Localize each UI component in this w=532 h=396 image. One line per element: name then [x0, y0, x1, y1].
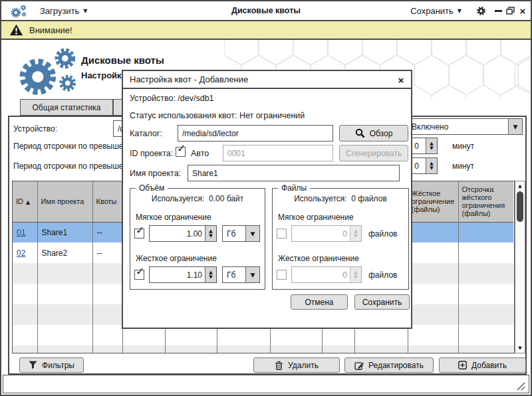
column-header-hard-limit-files[interactable]: Жёсткое ограничение (файлы): [408, 181, 458, 222]
spinner-arrows-icon[interactable]: ▲▼: [205, 267, 216, 282]
column-header-name[interactable]: Имя проекта: [37, 181, 92, 222]
files-soft-label: Мягкое ограничение: [278, 213, 354, 222]
files-soft-checkbox-unchecked[interactable]: [277, 229, 287, 239]
save-menu-label: Сохранить: [410, 6, 454, 16]
add-button[interactable]: Добавить: [439, 357, 526, 373]
resize-grip[interactable]: [517, 382, 525, 391]
generate-button-label: Сгенерировать: [346, 149, 402, 158]
scrollbar-thumb[interactable]: [517, 191, 523, 222]
chevron-down-icon[interactable]: ▼: [245, 226, 259, 241]
chevron-down-icon[interactable]: ▼: [245, 267, 259, 282]
cell-quotas: --: [92, 222, 122, 243]
quota-state-value: Включено: [408, 119, 508, 134]
volume-soft-spinner[interactable]: 1.00 ▲▼: [149, 225, 217, 242]
column-header-hard-grace-files[interactable]: Отсрочка жёсткого ограничения (файлы): [458, 181, 513, 222]
vertical-scrollbar[interactable]: ▲ ▼: [515, 181, 525, 353]
save-menu[interactable]: Сохранить ▼: [410, 1, 462, 20]
auto-checkbox-checked[interactable]: ✓: [176, 147, 186, 157]
catalog-input[interactable]: [178, 125, 333, 142]
spinner-arrows-icon[interactable]: ▲▼: [426, 158, 437, 173]
spinner-arrows-icon: ▲▼: [350, 226, 361, 241]
dialog-close-icon[interactable]: ×: [395, 73, 407, 86]
files-hard-checkbox-unchecked[interactable]: [277, 270, 287, 280]
row-id-link[interactable]: 01: [17, 228, 25, 237]
cell: [92, 325, 122, 346]
volume-hard-spinner[interactable]: 1.10 ▲▼: [149, 266, 217, 283]
cell: [458, 304, 513, 325]
cell: [408, 325, 458, 346]
cell-name: Share2: [37, 243, 92, 263]
volume-hard-label: Жесткое ограничение: [136, 254, 217, 263]
volume-hard-unit: Гб: [223, 267, 245, 282]
spin-down-icon[interactable]: ▼: [209, 275, 212, 279]
cell-name: Share1: [37, 222, 92, 243]
auto-label: Авто: [191, 149, 209, 158]
volume-soft-checkbox-checked[interactable]: ✓: [134, 229, 144, 239]
project-name-input[interactable]: [188, 165, 400, 181]
volume-hard-unit-select[interactable]: Гб ▼: [222, 266, 260, 283]
files-used: Используется: 0 файлов: [273, 194, 408, 203]
trash-icon: [275, 361, 283, 370]
generate-button[interactable]: Сгенерировать: [339, 145, 408, 161]
cell: [37, 325, 92, 346]
dialog-status-line: Статус использования квот: Нет ограничен…: [130, 111, 305, 120]
cell: [13, 263, 37, 284]
spin-down-icon[interactable]: ▼: [209, 234, 212, 238]
scroll-down-button[interactable]: ▼: [515, 344, 525, 353]
cell: [408, 243, 458, 263]
grace-soft-unit: минут: [452, 142, 474, 151]
search-icon: [355, 128, 365, 138]
scroll-up-button[interactable]: ▲: [515, 181, 525, 191]
volume-soft-unit-select[interactable]: Гб ▼: [222, 225, 260, 242]
files-hard-value: 0: [292, 267, 350, 282]
page-title: Дисковые квоты: [81, 54, 164, 66]
spinner-arrows-icon[interactable]: ▲▼: [205, 226, 216, 241]
dialog-cancel-button[interactable]: Отмена: [291, 294, 348, 310]
row-id-link[interactable]: 02: [17, 248, 25, 258]
quota-state-select[interactable]: Включено ▼: [407, 118, 523, 135]
filters-button[interactable]: Фильтры: [19, 357, 84, 373]
column-header-id[interactable]: ID▲: [13, 181, 37, 222]
spin-down-icon[interactable]: ▼: [430, 146, 433, 150]
minimize-button[interactable]: [492, 1, 504, 20]
tab-general-statistics[interactable]: Общая статистика: [20, 99, 113, 116]
project-id-label: ID проекта:: [130, 149, 173, 158]
cell: [458, 284, 513, 304]
cell: [408, 346, 458, 353]
minimize-icon: [495, 10, 502, 12]
scroll-up-icon: ▲: [518, 183, 521, 189]
check-icon: ✓: [177, 142, 186, 155]
table-row-empty: [13, 346, 513, 353]
files-soft-spinner[interactable]: 0 ▲▼: [291, 225, 362, 242]
dialog-save-button[interactable]: Сохранить: [354, 294, 410, 310]
spinner-arrows-icon[interactable]: ▲▼: [426, 138, 437, 153]
cell: [408, 304, 458, 325]
column-header-quotas[interactable]: Квоты: [92, 181, 122, 222]
delete-button[interactable]: Удалить: [253, 357, 340, 373]
files-hard-spinner[interactable]: 0 ▲▼: [291, 266, 362, 283]
project-id-input[interactable]: [223, 145, 333, 161]
edit-button[interactable]: Редактировать: [344, 357, 434, 373]
volume-used: Используется: 0.00 байт: [130, 194, 265, 203]
cell: [37, 284, 92, 304]
spin-down-icon[interactable]: ▼: [430, 166, 433, 170]
files-group-legend: Файлы: [278, 183, 310, 193]
volume-hard-checkbox-checked[interactable]: ✓: [134, 270, 144, 280]
restore-icon: [506, 7, 515, 15]
warning-icon: [9, 24, 23, 36]
cell: [458, 222, 513, 243]
cell: [165, 346, 217, 353]
cell: [408, 263, 458, 284]
restore-button[interactable]: [504, 1, 516, 20]
edit-button-label: Редактировать: [368, 361, 424, 370]
cell: [92, 304, 122, 325]
close-button[interactable]: ×: [517, 1, 529, 20]
spin-down-icon: ▼: [354, 275, 357, 279]
settings-button[interactable]: [475, 1, 487, 20]
chevron-down-icon[interactable]: ▼: [508, 119, 522, 134]
spin-down-icon: ▼: [354, 234, 357, 238]
cell: [37, 304, 92, 325]
cell-quotas: --: [92, 243, 122, 263]
browse-button[interactable]: Обзор: [339, 125, 408, 142]
plus-square-icon: [458, 361, 467, 369]
